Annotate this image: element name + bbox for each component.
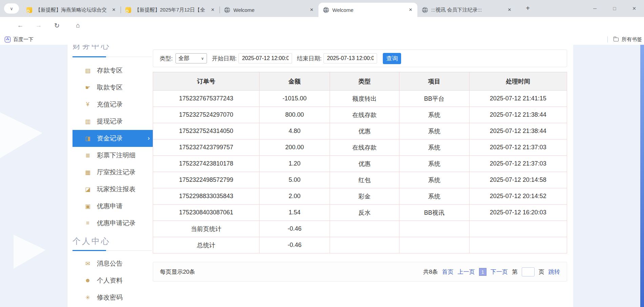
cell-type: 优惠: [330, 123, 399, 139]
tab-title: 【新提醒】2025年7月12日【全: [134, 7, 206, 13]
window-controls: ─ □ ✕: [585, 0, 644, 17]
webpage: 财务中心 ▤ 存款专区 › ☛ 取款专区 › ¥ 充值记录 › ▥ 提现记录: [0, 45, 644, 307]
sidebar-item-label: 优惠申请记录: [97, 219, 136, 228]
sidebar-item[interactable]: ≣ 彩票下注明细 ›: [72, 147, 154, 164]
chevron-down-icon: ∨: [10, 6, 13, 11]
cell-summary-label: 总统计: [153, 237, 259, 253]
message-bell-icon: ✉: [84, 260, 91, 267]
table-header-cell: 项目: [399, 72, 470, 91]
sidebar-item[interactable]: ¥ 充值记录 ›: [72, 96, 154, 113]
cell-amount: 5.00: [259, 172, 330, 188]
type-label: 类型:: [160, 55, 173, 62]
browser-tab[interactable]: Welcome ×: [220, 3, 318, 17]
separator: [607, 36, 608, 42]
type-select[interactable]: 全部 ∨: [175, 53, 207, 63]
pagination-bar: 每页显示20条 共8条 首页 上一页 1 下一页 第 页 跳转: [153, 262, 567, 282]
close-window-button[interactable]: ✕: [624, 0, 644, 17]
current-page-badge[interactable]: 1: [479, 268, 486, 276]
cell-amount: 1.54: [259, 205, 330, 221]
sidebar-item[interactable]: ▥ 提现记录 ›: [72, 113, 154, 130]
close-icon[interactable]: ×: [506, 6, 513, 13]
close-icon[interactable]: ×: [407, 6, 414, 13]
sidebar-heading-personal: 个人中心: [72, 236, 154, 247]
tab-search-button[interactable]: ∨: [4, 3, 19, 14]
table-row: 1752327423799757 200.00 在线存款 系统 2025-07-…: [153, 139, 567, 156]
browser-tab[interactable]: Welcome ×: [318, 3, 417, 17]
cell-time: 2025-07-12 21:37:03: [469, 139, 567, 156]
forward-icon[interactable]: →: [34, 21, 43, 30]
cell-project: 系统: [399, 107, 470, 123]
cell-amount: -1015.00: [259, 91, 330, 107]
cell-order-id: 1752327524314050: [153, 123, 259, 139]
sidebar-item[interactable]: ☻ 个人资料 ›: [72, 272, 154, 289]
cell-type: 反水: [330, 205, 399, 221]
sidebar-item[interactable]: ▤ 存款专区 ›: [72, 62, 154, 79]
jump-button[interactable]: 跳转: [548, 268, 560, 276]
sidebar-item[interactable]: ✳ 修改密码 ›: [72, 289, 154, 306]
sidebar-item[interactable]: ✉ 消息公告 ›: [72, 255, 154, 272]
all-bookmarks-button[interactable]: 所有书签: [607, 35, 642, 43]
cell-order-id: 1752327524297070: [153, 107, 259, 123]
page-size-text: 每页显示20条: [160, 268, 195, 276]
close-icon[interactable]: ×: [308, 6, 315, 13]
recharge-moneybag-icon: ¥: [84, 101, 91, 108]
type-select-value: 全部: [179, 55, 189, 62]
cell-project: BB平台: [399, 91, 470, 107]
close-icon[interactable]: ×: [110, 6, 117, 13]
browser-tab[interactable]: 【新提醒】海燕策略论坛综合交 ×: [22, 3, 121, 17]
page-jump-input[interactable]: [522, 267, 535, 276]
search-button[interactable]: 查询: [383, 53, 401, 64]
maximize-button[interactable]: □: [605, 0, 624, 17]
browser-tab[interactable]: 【新提醒】2025年7月12日【全 ×: [121, 3, 220, 17]
bookmark-label: 百度一下: [13, 36, 34, 43]
sidebar-item[interactable]: ◪ 玩家投注报表 ›: [72, 181, 154, 198]
sidebar-item[interactable]: ≡ 优惠申请记录 ›: [72, 215, 154, 232]
minimize-button[interactable]: ─: [585, 0, 605, 17]
tab-title: :::视讯 会员下注纪录:::: [431, 7, 503, 13]
cell-time: 2025-07-12 16:20:03: [469, 205, 567, 221]
table-summary-row: 当前页统计 -0.46: [153, 221, 567, 237]
start-date-input[interactable]: [238, 53, 292, 63]
table-row: 1752327675377243 -1015.00 额度转出 BB平台 2025…: [153, 91, 567, 107]
withdraw-hand-icon: ☛: [84, 84, 91, 91]
table-row: 1752327423810178 1.20 优惠 系统 2025-07-12 2…: [153, 156, 567, 172]
cell-project: 系统: [399, 123, 470, 139]
records-table: 订单号金额类型项目处理时间 1752327675377243 -1015.00 …: [153, 72, 567, 253]
close-icon[interactable]: ×: [209, 6, 216, 13]
cell-type: 优惠: [330, 156, 399, 172]
cell-time: 2025-07-12 20:14:58: [469, 172, 567, 188]
sidebar-item[interactable]: ▣ 优惠申请 ›: [72, 198, 154, 215]
prev-page-link[interactable]: 上一页: [458, 268, 475, 276]
all-bookmarks-label: 所有书签: [622, 36, 642, 43]
cell-time: 2025-07-12 21:38:44: [469, 107, 567, 123]
sidebar-item-label: 修改密码: [97, 293, 123, 302]
table-row: 1752322498572799 5.00 红包 系统 2025-07-12 2…: [153, 172, 567, 188]
cell-project: 系统: [399, 172, 470, 188]
reload-icon[interactable]: ↻: [52, 21, 62, 30]
decor-triangle: [0, 102, 42, 170]
table-row: 1752327524314050 4.80 优惠 系统 2025-07-12 2…: [153, 123, 567, 139]
jump-suffix-text: 页: [539, 268, 544, 276]
sidebar-item[interactable]: ☛ 取款专区 ›: [72, 79, 154, 96]
cell-amount: 800.00: [259, 107, 330, 123]
next-page-link[interactable]: 下一页: [491, 268, 508, 276]
sidebar-item[interactable]: ◨ 资金记录 ›: [72, 130, 154, 147]
home-icon[interactable]: ⌂: [73, 21, 83, 30]
cell-order-id: 1752322498572799: [153, 172, 259, 188]
end-date-input[interactable]: [324, 53, 377, 63]
sidebar: 财务中心 ▤ 存款专区 › ☛ 取款专区 › ¥ 充值记录 › ▥ 提现记录: [72, 45, 154, 307]
sidebar-item-label: 提现记录: [97, 117, 123, 126]
browser-tab-strip: ∨ 【新提醒】海燕策略论坛综合交 × 【新提醒】2025年7月12日【全 × W…: [0, 0, 644, 17]
hall-bet-record-icon: ▦: [84, 169, 91, 176]
content-panel: 财务中心 ▤ 存款专区 › ☛ 取款专区 › ¥ 充值记录 › ▥ 提现记录: [67, 45, 573, 307]
sidebar-item[interactable]: ▦ 厅室投注记录 ›: [72, 164, 154, 181]
sidebar-item-label: 存款专区: [97, 66, 123, 75]
chevron-down-icon: ∨: [201, 56, 204, 61]
first-page-link[interactable]: 首页: [442, 268, 454, 276]
bookmark-baidu[interactable]: ⁂ 百度一下: [5, 35, 34, 43]
browser-tab[interactable]: :::视讯 会员下注纪录::: ×: [417, 3, 516, 17]
new-tab-button[interactable]: +: [524, 4, 532, 12]
back-icon[interactable]: ←: [16, 21, 25, 30]
cell-amount: 4.80: [259, 123, 330, 139]
cell-type: 额度转出: [330, 91, 399, 107]
